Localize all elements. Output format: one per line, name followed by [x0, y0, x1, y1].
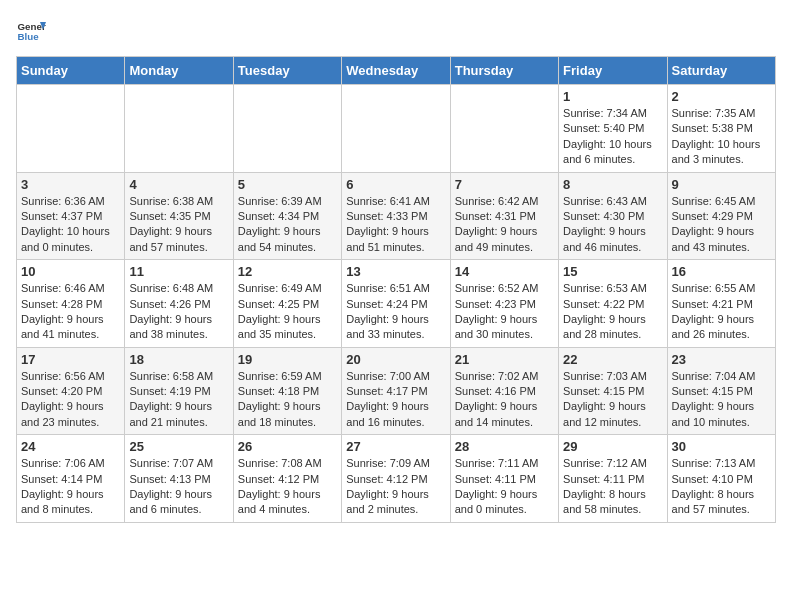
day-number: 29: [563, 439, 662, 454]
calendar-cell: 30Sunrise: 7:13 AM Sunset: 4:10 PM Dayli…: [667, 435, 775, 523]
day-info: Sunrise: 7:04 AM Sunset: 4:15 PM Dayligh…: [672, 369, 771, 431]
calendar-cell: 18Sunrise: 6:58 AM Sunset: 4:19 PM Dayli…: [125, 347, 233, 435]
day-info: Sunrise: 6:39 AM Sunset: 4:34 PM Dayligh…: [238, 194, 337, 256]
calendar-cell: 21Sunrise: 7:02 AM Sunset: 4:16 PM Dayli…: [450, 347, 558, 435]
day-number: 14: [455, 264, 554, 279]
col-header-friday: Friday: [559, 57, 667, 85]
day-number: 13: [346, 264, 445, 279]
day-info: Sunrise: 6:55 AM Sunset: 4:21 PM Dayligh…: [672, 281, 771, 343]
day-info: Sunrise: 7:34 AM Sunset: 5:40 PM Dayligh…: [563, 106, 662, 168]
day-info: Sunrise: 7:35 AM Sunset: 5:38 PM Dayligh…: [672, 106, 771, 168]
day-number: 12: [238, 264, 337, 279]
col-header-thursday: Thursday: [450, 57, 558, 85]
calendar-cell: 12Sunrise: 6:49 AM Sunset: 4:25 PM Dayli…: [233, 260, 341, 348]
day-info: Sunrise: 6:38 AM Sunset: 4:35 PM Dayligh…: [129, 194, 228, 256]
day-info: Sunrise: 6:43 AM Sunset: 4:30 PM Dayligh…: [563, 194, 662, 256]
day-info: Sunrise: 6:36 AM Sunset: 4:37 PM Dayligh…: [21, 194, 120, 256]
calendar-week-0: 1Sunrise: 7:34 AM Sunset: 5:40 PM Daylig…: [17, 85, 776, 173]
calendar-cell: 20Sunrise: 7:00 AM Sunset: 4:17 PM Dayli…: [342, 347, 450, 435]
col-header-monday: Monday: [125, 57, 233, 85]
day-info: Sunrise: 7:12 AM Sunset: 4:11 PM Dayligh…: [563, 456, 662, 518]
day-info: Sunrise: 7:08 AM Sunset: 4:12 PM Dayligh…: [238, 456, 337, 518]
day-number: 9: [672, 177, 771, 192]
calendar-cell: 9Sunrise: 6:45 AM Sunset: 4:29 PM Daylig…: [667, 172, 775, 260]
day-number: 15: [563, 264, 662, 279]
day-number: 27: [346, 439, 445, 454]
day-info: Sunrise: 6:53 AM Sunset: 4:22 PM Dayligh…: [563, 281, 662, 343]
calendar-cell: [233, 85, 341, 173]
calendar-cell: 15Sunrise: 6:53 AM Sunset: 4:22 PM Dayli…: [559, 260, 667, 348]
day-number: 11: [129, 264, 228, 279]
day-number: 25: [129, 439, 228, 454]
calendar-cell: 11Sunrise: 6:48 AM Sunset: 4:26 PM Dayli…: [125, 260, 233, 348]
day-number: 1: [563, 89, 662, 104]
day-info: Sunrise: 6:48 AM Sunset: 4:26 PM Dayligh…: [129, 281, 228, 343]
svg-text:Blue: Blue: [18, 31, 40, 42]
calendar-cell: 2Sunrise: 7:35 AM Sunset: 5:38 PM Daylig…: [667, 85, 775, 173]
day-info: Sunrise: 6:42 AM Sunset: 4:31 PM Dayligh…: [455, 194, 554, 256]
day-number: 24: [21, 439, 120, 454]
day-info: Sunrise: 6:46 AM Sunset: 4:28 PM Dayligh…: [21, 281, 120, 343]
calendar-cell: [450, 85, 558, 173]
day-number: 16: [672, 264, 771, 279]
header: General Blue: [16, 16, 776, 46]
day-number: 3: [21, 177, 120, 192]
day-info: Sunrise: 6:49 AM Sunset: 4:25 PM Dayligh…: [238, 281, 337, 343]
calendar-cell: 28Sunrise: 7:11 AM Sunset: 4:11 PM Dayli…: [450, 435, 558, 523]
day-info: Sunrise: 6:51 AM Sunset: 4:24 PM Dayligh…: [346, 281, 445, 343]
calendar-cell: 4Sunrise: 6:38 AM Sunset: 4:35 PM Daylig…: [125, 172, 233, 260]
day-info: Sunrise: 7:02 AM Sunset: 4:16 PM Dayligh…: [455, 369, 554, 431]
day-number: 20: [346, 352, 445, 367]
logo: General Blue: [16, 16, 50, 46]
calendar-week-3: 17Sunrise: 6:56 AM Sunset: 4:20 PM Dayli…: [17, 347, 776, 435]
calendar-cell: 10Sunrise: 6:46 AM Sunset: 4:28 PM Dayli…: [17, 260, 125, 348]
calendar-cell: 24Sunrise: 7:06 AM Sunset: 4:14 PM Dayli…: [17, 435, 125, 523]
calendar-table: SundayMondayTuesdayWednesdayThursdayFrid…: [16, 56, 776, 523]
day-info: Sunrise: 7:06 AM Sunset: 4:14 PM Dayligh…: [21, 456, 120, 518]
day-info: Sunrise: 7:13 AM Sunset: 4:10 PM Dayligh…: [672, 456, 771, 518]
day-info: Sunrise: 6:45 AM Sunset: 4:29 PM Dayligh…: [672, 194, 771, 256]
calendar-cell: 23Sunrise: 7:04 AM Sunset: 4:15 PM Dayli…: [667, 347, 775, 435]
day-number: 17: [21, 352, 120, 367]
day-number: 21: [455, 352, 554, 367]
calendar-cell: 8Sunrise: 6:43 AM Sunset: 4:30 PM Daylig…: [559, 172, 667, 260]
logo-icon: General Blue: [16, 16, 46, 46]
day-info: Sunrise: 6:59 AM Sunset: 4:18 PM Dayligh…: [238, 369, 337, 431]
day-info: Sunrise: 7:07 AM Sunset: 4:13 PM Dayligh…: [129, 456, 228, 518]
day-info: Sunrise: 7:09 AM Sunset: 4:12 PM Dayligh…: [346, 456, 445, 518]
col-header-sunday: Sunday: [17, 57, 125, 85]
calendar-cell: [17, 85, 125, 173]
calendar-cell: 1Sunrise: 7:34 AM Sunset: 5:40 PM Daylig…: [559, 85, 667, 173]
calendar-cell: 25Sunrise: 7:07 AM Sunset: 4:13 PM Dayli…: [125, 435, 233, 523]
day-info: Sunrise: 7:11 AM Sunset: 4:11 PM Dayligh…: [455, 456, 554, 518]
day-number: 6: [346, 177, 445, 192]
day-number: 22: [563, 352, 662, 367]
day-info: Sunrise: 7:03 AM Sunset: 4:15 PM Dayligh…: [563, 369, 662, 431]
calendar-cell: 13Sunrise: 6:51 AM Sunset: 4:24 PM Dayli…: [342, 260, 450, 348]
calendar-week-4: 24Sunrise: 7:06 AM Sunset: 4:14 PM Dayli…: [17, 435, 776, 523]
col-header-wednesday: Wednesday: [342, 57, 450, 85]
calendar-week-1: 3Sunrise: 6:36 AM Sunset: 4:37 PM Daylig…: [17, 172, 776, 260]
col-header-saturday: Saturday: [667, 57, 775, 85]
calendar-week-2: 10Sunrise: 6:46 AM Sunset: 4:28 PM Dayli…: [17, 260, 776, 348]
day-number: 19: [238, 352, 337, 367]
calendar-cell: 27Sunrise: 7:09 AM Sunset: 4:12 PM Dayli…: [342, 435, 450, 523]
calendar-cell: 17Sunrise: 6:56 AM Sunset: 4:20 PM Dayli…: [17, 347, 125, 435]
calendar-cell: 6Sunrise: 6:41 AM Sunset: 4:33 PM Daylig…: [342, 172, 450, 260]
calendar-cell: 3Sunrise: 6:36 AM Sunset: 4:37 PM Daylig…: [17, 172, 125, 260]
day-info: Sunrise: 6:56 AM Sunset: 4:20 PM Dayligh…: [21, 369, 120, 431]
day-info: Sunrise: 6:41 AM Sunset: 4:33 PM Dayligh…: [346, 194, 445, 256]
day-number: 5: [238, 177, 337, 192]
day-number: 28: [455, 439, 554, 454]
calendar-cell: 5Sunrise: 6:39 AM Sunset: 4:34 PM Daylig…: [233, 172, 341, 260]
day-number: 30: [672, 439, 771, 454]
day-number: 7: [455, 177, 554, 192]
day-info: Sunrise: 6:52 AM Sunset: 4:23 PM Dayligh…: [455, 281, 554, 343]
calendar-cell: 19Sunrise: 6:59 AM Sunset: 4:18 PM Dayli…: [233, 347, 341, 435]
calendar-cell: 7Sunrise: 6:42 AM Sunset: 4:31 PM Daylig…: [450, 172, 558, 260]
calendar-header-row: SundayMondayTuesdayWednesdayThursdayFrid…: [17, 57, 776, 85]
day-number: 23: [672, 352, 771, 367]
calendar-cell: [125, 85, 233, 173]
day-number: 26: [238, 439, 337, 454]
calendar-cell: [342, 85, 450, 173]
